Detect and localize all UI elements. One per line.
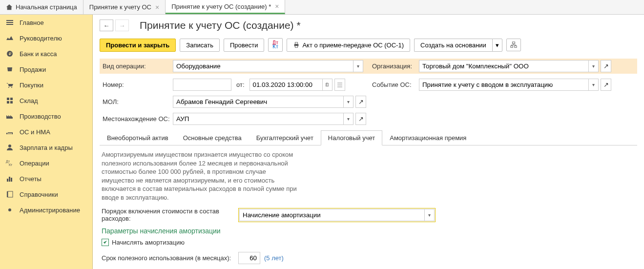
subtabs: Внеоборотный актив Основные средства Бух… [100, 130, 637, 145]
sidebar-item-admin[interactable]: Администрирование [0, 202, 92, 218]
dropdown-icon[interactable]: ▾ [589, 79, 599, 91]
sidebar-item-assets[interactable]: ОС и НМА [0, 124, 92, 140]
dropdown-icon[interactable]: ▾ [344, 113, 353, 125]
svg-text:Кт: Кт [9, 163, 13, 166]
loc-label: Местонахождение ОС: [100, 115, 173, 123]
open-icon[interactable]: ↗ [601, 60, 611, 72]
sidebar-item-bank[interactable]: ₽Банк и касса [0, 46, 92, 62]
window-tabs: Начальная страница Принятие к учету ОС ×… [0, 0, 644, 15]
svg-point-8 [8, 145, 11, 147]
life-label: Срок полезного использования (в месяцах)… [102, 254, 238, 262]
subtab-premium[interactable]: Амортизационная премия [382, 130, 474, 145]
svg-rect-7 [10, 101, 13, 103]
sidebar: Главное Руководителю ₽Банк и касса Прода… [0, 15, 93, 269]
include-label: Порядок включения стоимости в состав рас… [102, 207, 238, 222]
svg-rect-22 [515, 46, 517, 48]
mol-input[interactable] [173, 96, 344, 108]
date-input[interactable] [249, 79, 323, 91]
svg-rect-4 [7, 98, 9, 100]
loc-input[interactable] [173, 113, 344, 125]
nav-back-button[interactable]: ← [100, 20, 113, 31]
sidebar-item-production[interactable]: Производство [0, 108, 92, 124]
sidebar-item-warehouse[interactable]: Склад [0, 93, 92, 108]
op-type-label: Вид операции: [100, 62, 173, 70]
content: ← → Принятие к учету ОС (создание) * Про… [93, 15, 644, 269]
svg-rect-11 [7, 179, 8, 182]
svg-rect-13 [11, 178, 12, 182]
save-button[interactable]: Записать [180, 39, 220, 52]
tax-note: Амортизируемым имуществом признается иму… [102, 150, 297, 202]
svg-rect-21 [511, 46, 513, 48]
svg-rect-6 [7, 101, 9, 103]
tab-label: Принятие к учету ОС [89, 3, 151, 11]
dropdown-icon[interactable]: ▾ [353, 60, 363, 72]
print-act-button[interactable]: Акт о приеме-передаче ОС (ОС-1) [287, 39, 410, 52]
svg-rect-15 [8, 191, 13, 197]
printer-icon [293, 41, 300, 48]
svg-point-16 [8, 208, 11, 211]
sidebar-item-manager[interactable]: Руководителю [0, 30, 92, 46]
sidebar-item-sales[interactable]: Продажи [0, 62, 92, 77]
subtab-nca[interactable]: Внеоборотный актив [100, 130, 176, 145]
depreciation-section: Параметры начисления амортизации [102, 227, 635, 235]
calendar-icon[interactable]: 🗓 [323, 79, 332, 91]
page-title: Принятие к учету ОС (создание) * [140, 20, 301, 31]
subtab-assets[interactable]: Основные средства [176, 130, 249, 145]
depreciation-checkbox-label: Начислять амортизацию [112, 239, 185, 246]
svg-rect-20 [512, 42, 515, 44]
event-input[interactable] [419, 79, 589, 91]
structure-button[interactable] [506, 39, 521, 51]
sidebar-item-operations[interactable]: ДтКтОперации [0, 155, 92, 171]
tab-label: Принятие к учету ОС (создание) * [171, 3, 271, 10]
open-icon[interactable]: ↗ [355, 96, 366, 108]
svg-point-3 [11, 87, 12, 88]
tab-home-label: Начальная страница [16, 3, 77, 11]
sidebar-item-reports[interactable]: Отчеты [0, 171, 92, 186]
svg-point-2 [8, 87, 9, 88]
from-label: от: [236, 81, 245, 88]
include-input[interactable] [239, 209, 425, 221]
sidebar-item-hr[interactable]: Зарплата и кадры [0, 140, 92, 155]
life-hint: (5 лет) [264, 254, 284, 262]
close-icon[interactable]: × [275, 2, 279, 10]
life-input[interactable] [238, 252, 260, 264]
subtab-accounting[interactable]: Бухгалтерский учет [249, 130, 321, 145]
tab-doc-list[interactable]: Принятие к учету ОС × [83, 0, 166, 14]
movements-button[interactable]: ДтКт [268, 38, 283, 52]
dropdown-icon[interactable]: ▾ [425, 209, 435, 221]
sidebar-item-catalogs[interactable]: Справочники [0, 186, 92, 202]
number-input[interactable] [173, 79, 231, 91]
mol-label: МОЛ: [100, 98, 173, 105]
subtab-tax[interactable]: Налоговый учет [321, 130, 382, 145]
svg-text:₽: ₽ [9, 52, 11, 56]
depreciation-checkbox[interactable] [102, 239, 109, 246]
svg-rect-18 [295, 42, 298, 44]
create-based-button[interactable]: Создать на основании [414, 39, 492, 52]
number-label: Номер: [100, 81, 173, 88]
post-button[interactable]: Провести [224, 39, 265, 52]
create-based-drop[interactable]: ▾ [492, 39, 502, 52]
open-icon[interactable]: ↗ [601, 79, 611, 91]
post-close-button[interactable]: Провести и закрыть [100, 39, 176, 52]
event-label: Событие ОС: [372, 81, 419, 88]
sidebar-item-menu[interactable]: Главное [0, 15, 92, 30]
dropdown-icon[interactable]: ▾ [344, 96, 353, 108]
svg-rect-19 [295, 46, 298, 48]
nav-forward-button: → [115, 20, 129, 31]
close-icon[interactable]: × [155, 3, 159, 11]
svg-rect-5 [10, 98, 13, 100]
svg-rect-12 [9, 177, 10, 182]
open-icon[interactable]: ↗ [355, 113, 366, 125]
tab-doc-new[interactable]: Принятие к учету ОС (создание) * × [166, 0, 285, 14]
list-icon[interactable] [334, 79, 345, 91]
tab-home[interactable]: Начальная страница [0, 0, 83, 14]
sidebar-item-purchases[interactable]: Покупки [0, 77, 92, 93]
dropdown-icon[interactable]: ▾ [589, 60, 599, 72]
op-type-input[interactable] [173, 60, 353, 72]
org-input[interactable] [419, 60, 589, 72]
org-label: Организация: [372, 62, 419, 70]
